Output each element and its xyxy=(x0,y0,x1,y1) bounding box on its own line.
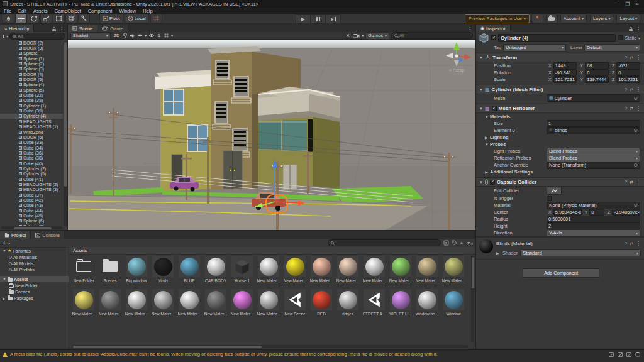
layout-dropdown[interactable]: Layout▾ xyxy=(616,14,640,23)
hierarchy-item[interactable]: HEADLIGHTS (3) xyxy=(0,187,63,192)
project-tab[interactable]: Project xyxy=(0,231,31,239)
console-tab[interactable]: Console xyxy=(31,231,65,239)
physic-material-field[interactable]: None (Physic Material) ⊙ xyxy=(547,202,640,209)
help-icon[interactable]: ? xyxy=(625,106,627,111)
asset-item[interactable]: New Mater... xyxy=(177,289,202,322)
asset-item[interactable]: Scenes xyxy=(97,256,123,289)
all-models-node[interactable]: All Models xyxy=(0,260,69,266)
hierarchy-item[interactable]: HEADLIGHTS xyxy=(0,119,63,124)
component-menu-icon[interactable]: ⋮ xyxy=(636,106,641,111)
asset-item[interactable]: RED xyxy=(309,289,334,322)
hierarchy-item[interactable]: WindZone xyxy=(0,129,63,134)
asset-item[interactable]: New Folder xyxy=(71,256,96,289)
menu-file[interactable]: File xyxy=(4,8,11,14)
console-info-muted-icon[interactable] xyxy=(609,352,614,357)
material-foldout[interactable]: ▶ xyxy=(496,251,500,255)
preview-packages-button[interactable]: Preview Packages in Use▾ xyxy=(465,14,530,23)
hierarchy-item[interactable]: DOOR (5) xyxy=(0,77,63,82)
rotation-x-field[interactable]: -90.341 xyxy=(553,69,577,76)
materials-foldout[interactable]: ▼Materials xyxy=(476,113,644,120)
pause-button[interactable] xyxy=(311,14,326,24)
object-picker-icon[interactable]: ⊙ xyxy=(633,128,638,133)
all-materials-node[interactable]: All Materials xyxy=(0,254,69,260)
rect-tool-button[interactable] xyxy=(53,14,65,23)
hierarchy-item[interactable]: Cube (38) xyxy=(0,156,63,161)
element0-object-field[interactable]: blinds ⊙ xyxy=(547,127,640,134)
mesh-renderer-header[interactable]: ▼▦ Mesh Renderer ?⇄⋮ xyxy=(476,104,644,113)
asset-item[interactable]: New Mater... xyxy=(309,256,334,289)
is-trigger-checkbox[interactable] xyxy=(547,196,552,201)
presets-icon[interactable]: ⇄ xyxy=(630,55,633,60)
hierarchy-item[interactable]: DOOR (2) xyxy=(0,40,63,45)
inspector-tab[interactable]: ◉ Inspector xyxy=(476,25,511,32)
transform-tool-button[interactable] xyxy=(65,14,77,23)
edit-collider-button[interactable] xyxy=(547,187,562,195)
scale-y-field[interactable]: 139.7444 xyxy=(585,76,609,83)
2d-toggle[interactable]: 2D xyxy=(113,33,121,38)
reflection-probes-dropdown[interactable]: Blend Probes▾ xyxy=(547,155,640,162)
lock-icon[interactable] xyxy=(629,29,633,31)
add-component-button[interactable]: Add Component xyxy=(523,268,599,278)
asset-item[interactable]: New Mater... xyxy=(282,256,308,289)
renderer-enabled-checkbox[interactable] xyxy=(492,106,497,111)
mesh-filter-header[interactable]: ▼▦ Cylinder (Mesh Filter) ?⇄⋮ xyxy=(476,85,644,94)
custom-tool-button[interactable] xyxy=(78,14,90,23)
asset-item[interactable]: Big window xyxy=(124,256,149,289)
asset-item[interactable]: New Mater... xyxy=(441,256,466,289)
effects-caret[interactable]: ▾ xyxy=(145,33,147,38)
create-add-caret[interactable]: ▾ xyxy=(6,34,8,38)
console-warning-muted-icon[interactable] xyxy=(618,352,623,357)
panel-menu-icon[interactable]: ⋮ xyxy=(59,26,64,32)
cloud-button[interactable] xyxy=(546,14,558,23)
position-y-field[interactable]: 68 xyxy=(585,62,609,69)
hierarchy-item[interactable]: Cube (37) xyxy=(0,192,63,197)
scene-search-input[interactable]: All xyxy=(391,32,473,39)
asset-item[interactable]: ridges xyxy=(335,289,360,322)
shading-mode-dropdown[interactable]: Shaded▾ xyxy=(70,32,111,40)
close-button[interactable]: × xyxy=(636,1,639,7)
presets-icon[interactable]: ⇄ xyxy=(630,87,633,92)
scene-viewport[interactable]: < Persp xyxy=(68,40,475,230)
capsule-collider-header[interactable]: ▼ Capsule Collider ?⇄⋮ xyxy=(476,177,644,187)
menu-component[interactable]: Component xyxy=(88,8,113,14)
lock-icon[interactable] xyxy=(52,29,56,31)
hierarchy-item[interactable]: Cube (34) xyxy=(0,145,63,150)
play-button[interactable] xyxy=(296,14,311,24)
tools-overlay-icon[interactable]: ✕ xyxy=(345,33,351,38)
grid-visibility-icon[interactable] xyxy=(164,33,169,38)
hierarchy-item[interactable]: DOOR (6) xyxy=(0,134,63,140)
object-name-field[interactable]: Cylinder (4) xyxy=(498,34,616,42)
hierarchy-item[interactable]: Cube (45) xyxy=(0,213,63,218)
hierarchy-item[interactable]: Sphere (2) xyxy=(0,61,63,66)
component-menu-icon[interactable]: ⋮ xyxy=(636,87,641,92)
menu-help[interactable]: Help xyxy=(143,8,152,14)
rotation-z-field[interactable]: 0 xyxy=(616,69,640,76)
hierarchy-item[interactable]: Cylinder (5) xyxy=(0,172,63,177)
asset-item[interactable]: STREET A... xyxy=(362,289,387,322)
assets-hscrollbar[interactable] xyxy=(72,345,468,348)
hierarchy-item[interactable]: Cube (32) xyxy=(0,92,63,97)
active-checkbox[interactable] xyxy=(491,35,496,40)
radius-field[interactable]: 0.5000001 xyxy=(547,216,640,222)
minimize-button[interactable]: ─ xyxy=(615,1,619,7)
camera-caret[interactable]: ▾ xyxy=(362,33,364,38)
hierarchy-item[interactable]: Cylinder (4) xyxy=(0,114,63,119)
hand-tool-button[interactable] xyxy=(3,14,14,23)
grid-snap-button[interactable] xyxy=(150,14,162,23)
hierarchy-item[interactable]: Cube (35) xyxy=(0,98,63,103)
asset-item[interactable]: New Mater... xyxy=(256,289,281,322)
rotation-y-field[interactable]: 0 xyxy=(585,69,609,76)
scale-z-field[interactable]: 101.7231 xyxy=(616,76,640,83)
static-checkbox[interactable] xyxy=(618,35,623,40)
help-icon[interactable]: ? xyxy=(625,180,627,184)
lighting-toggle-icon[interactable] xyxy=(123,33,128,38)
grid-caret[interactable]: ▾ xyxy=(171,33,173,38)
layers-dropdown[interactable]: Layers▾ xyxy=(590,14,614,23)
asset-item[interactable]: New Mater... xyxy=(203,289,228,322)
hierarchy-item[interactable]: Sphere (1) xyxy=(0,56,63,61)
step-button[interactable] xyxy=(326,14,341,24)
scene-tab[interactable]: Scene xyxy=(68,25,97,32)
asset-item[interactable]: window bo... xyxy=(414,289,440,322)
lighting-foldout[interactable]: ▶Lighting xyxy=(476,134,644,141)
all-prefabs-node[interactable]: All Prefabs xyxy=(0,266,69,273)
